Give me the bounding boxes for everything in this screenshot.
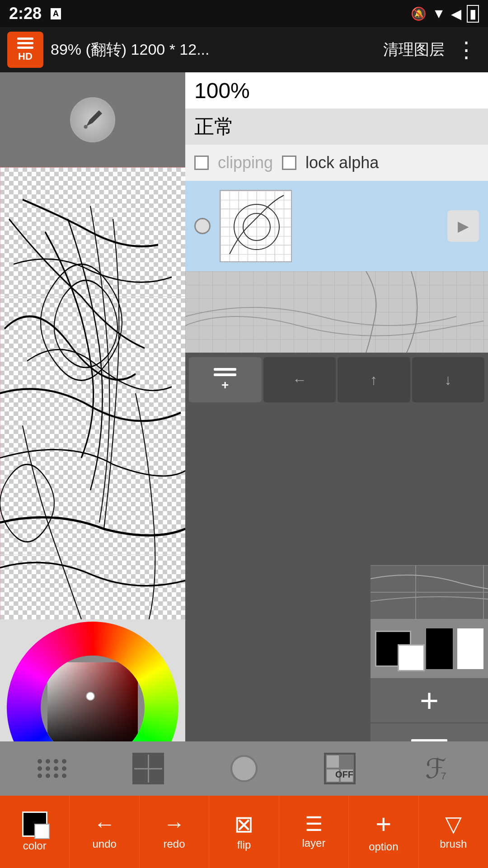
- more-options-button[interactable]: ⋮: [452, 37, 481, 62]
- clipping-label: clipping: [218, 153, 273, 172]
- dot-grid-icon: [38, 759, 67, 778]
- canvas-drawing-area[interactable]: [0, 167, 185, 619]
- circle-tool[interactable]: [201, 746, 287, 791]
- layer-thumb-drawing: [221, 191, 292, 262]
- toolbar-brush-button[interactable]: ▽ brush: [419, 796, 488, 868]
- bell-mute-icon: 🔕: [411, 6, 427, 21]
- add-layer-button[interactable]: +: [189, 357, 262, 402]
- lock-alpha-checkbox[interactable]: [282, 156, 296, 170]
- lock-alpha-label: lock alpha: [305, 153, 379, 172]
- off-badge: OFF: [335, 769, 353, 780]
- redo-icon: →: [164, 813, 185, 835]
- add-color-button[interactable]: +: [371, 678, 488, 723]
- status-time: 2:28: [9, 4, 42, 23]
- dropper-area: [0, 72, 185, 167]
- color-swatch-toolbar-icon: [22, 811, 47, 837]
- grid-tool[interactable]: [105, 746, 192, 791]
- clean-layer-button[interactable]: 清理图层: [383, 39, 445, 60]
- layer-preview[interactable]: [185, 181, 488, 271]
- layer-left-button[interactable]: ←: [263, 357, 336, 402]
- bottom-toolbar: color ← undo → redo ⊠ flip ☰ layer + opt…: [0, 796, 488, 868]
- main-area: 100% 正常 clipping lock alpha: [0, 72, 488, 796]
- quad-tool[interactable]: OFF: [296, 746, 383, 791]
- layer-down-button[interactable]: ↓: [412, 357, 485, 402]
- canvas-info: 89% (翻转) 1200 * 12...: [51, 39, 376, 60]
- dropper-icon[interactable]: [70, 97, 115, 142]
- toolbar-color-button[interactable]: color: [0, 796, 70, 868]
- toolbar-undo-button[interactable]: ← undo: [70, 796, 139, 868]
- clipping-row: clipping lock alpha: [185, 145, 488, 181]
- layer-label: layer: [302, 837, 325, 849]
- menu-lines-icon: [17, 38, 33, 49]
- flip-icon: ⊠: [234, 812, 254, 836]
- layer-controls: + ← ↑ ↓: [185, 353, 488, 407]
- layer2-drawing: [185, 271, 488, 353]
- toolbar-option-button[interactable]: + option: [349, 796, 418, 868]
- brush-label: brush: [440, 838, 467, 850]
- brush-tool[interactable]: ℱ 7: [392, 746, 479, 791]
- canvas-strokes: [0, 167, 185, 619]
- layer-up-button[interactable]: ↑: [338, 357, 410, 402]
- top-bar: HD 89% (翻转) 1200 * 12... 清理图层 ⋮: [0, 27, 488, 72]
- signal-icon: ◀: [451, 6, 461, 22]
- a-icon: A: [51, 8, 61, 19]
- hd-label: HD: [18, 51, 33, 62]
- grid-icon: [132, 753, 164, 784]
- toolbar-redo-button[interactable]: → redo: [140, 796, 209, 868]
- battery-icon: ▮: [467, 5, 479, 23]
- brush-number-badge: 7: [441, 770, 446, 782]
- layer2-bg: [185, 271, 488, 353]
- status-icons: A: [51, 8, 61, 19]
- circle-icon: [230, 755, 258, 782]
- color-square[interactable]: [47, 662, 138, 753]
- color-swatches: [371, 619, 488, 678]
- layer2-row[interactable]: [185, 271, 488, 353]
- color-wheel-handle-white[interactable]: [86, 692, 95, 701]
- undo-label: undo: [92, 838, 116, 850]
- color-label: color: [23, 840, 47, 852]
- svg-point-0: [84, 125, 87, 128]
- white-swatch[interactable]: [457, 628, 484, 669]
- flip-label: flip: [237, 839, 251, 851]
- blend-mode-value: 正常: [194, 113, 234, 140]
- opacity-row: 100%: [185, 72, 488, 108]
- layer-icon: ☰: [305, 814, 323, 834]
- canvas-grid: [0, 167, 185, 619]
- undo-icon: ←: [94, 813, 115, 835]
- toolbar-flip-button[interactable]: ⊠ flip: [209, 796, 279, 868]
- color-swatch-group[interactable]: [375, 631, 411, 667]
- toolbar-layer-button[interactable]: ☰ layer: [279, 796, 349, 868]
- status-bar: 2:28 A 🔕 ▼ ◀ ▮: [0, 0, 488, 27]
- brush-icon: ▽: [445, 813, 462, 835]
- down-arrow-icon: ↓: [445, 372, 452, 388]
- redo-label: redo: [164, 838, 185, 850]
- canvas-panel: [0, 72, 185, 796]
- hd-menu-button[interactable]: HD: [7, 32, 43, 68]
- opacity-value: 100%: [194, 78, 250, 103]
- layer-radio-button[interactable]: [194, 218, 211, 234]
- background-color-swatch[interactable]: [398, 644, 425, 671]
- blend-mode-row[interactable]: 正常: [185, 108, 488, 145]
- option-label: option: [369, 840, 398, 853]
- status-right-icons: 🔕 ▼ ◀ ▮: [411, 5, 479, 23]
- dropper-svg: [80, 107, 105, 132]
- tool-icons-row: OFF ℱ 7: [0, 741, 488, 796]
- up-arrow-icon: ↑: [370, 372, 377, 388]
- wifi-icon: ▼: [432, 6, 446, 21]
- layer-thumbnail: [220, 190, 292, 262]
- option-plus-icon: +: [375, 811, 391, 838]
- black-swatch[interactable]: [426, 628, 453, 669]
- canvas-bottom-section: [371, 565, 488, 619]
- left-arrow-icon: ←: [292, 372, 307, 388]
- plus-icon: +: [420, 682, 439, 719]
- canvas-bottom-drawing: [371, 565, 488, 619]
- dot-grid-tool[interactable]: [9, 746, 96, 791]
- right-panel: 100% 正常 clipping lock alpha: [185, 72, 488, 796]
- layer-play-button[interactable]: [447, 210, 479, 242]
- clipping-checkbox[interactable]: [194, 156, 209, 170]
